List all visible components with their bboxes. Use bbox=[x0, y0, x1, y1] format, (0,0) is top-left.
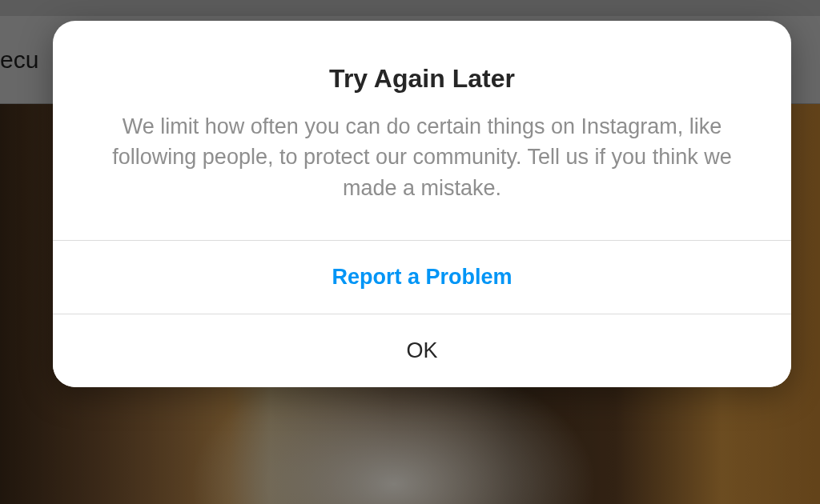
report-problem-button[interactable]: Report a Problem bbox=[53, 240, 791, 314]
dialog-title: Try Again Later bbox=[101, 64, 743, 94]
rate-limit-dialog: Try Again Later We limit how often you c… bbox=[53, 21, 791, 387]
ok-button[interactable]: OK bbox=[53, 314, 791, 387]
dialog-message: We limit how often you can do certain th… bbox=[110, 111, 734, 203]
dialog-body: Try Again Later We limit how often you c… bbox=[53, 21, 791, 240]
